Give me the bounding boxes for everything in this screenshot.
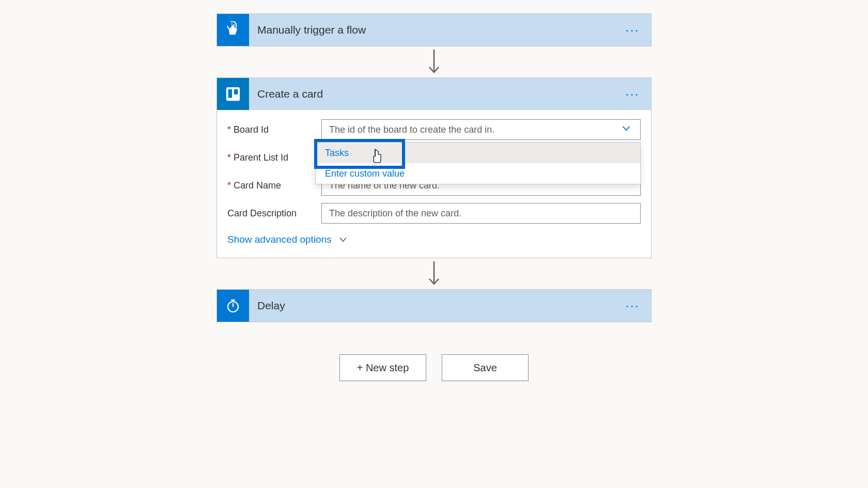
svg-rect-3 bbox=[228, 89, 233, 98]
trigger-header[interactable]: Manually trigger a flow ··· bbox=[217, 14, 651, 46]
save-button[interactable]: Save bbox=[442, 354, 529, 381]
board-id-row: * Board Id The id of the board to create… bbox=[227, 119, 641, 140]
trigger-title: Manually trigger a flow bbox=[257, 24, 366, 36]
create-card-header[interactable]: Create a card ··· bbox=[217, 78, 651, 110]
parent-list-label: * Parent List Id bbox=[227, 152, 321, 163]
delay-header[interactable]: Delay ··· bbox=[217, 290, 651, 322]
footer-buttons: + New step Save bbox=[339, 354, 529, 381]
board-id-label: * Board Id bbox=[227, 124, 321, 135]
trigger-more-icon[interactable]: ··· bbox=[625, 22, 640, 38]
arrow-connector-icon bbox=[426, 49, 442, 75]
chevron-down-icon bbox=[621, 123, 632, 137]
delay-title: Delay bbox=[257, 300, 285, 312]
board-id-select[interactable]: The id of the board to create the card i… bbox=[321, 119, 641, 140]
manual-trigger-icon bbox=[217, 14, 249, 46]
dropdown-option-custom[interactable]: Enter custom value bbox=[316, 163, 640, 184]
card-name-label: * Card Name bbox=[227, 180, 321, 191]
create-card-title: Create a card bbox=[257, 88, 323, 100]
create-card-step: Create a card ··· * Board Id The id of t… bbox=[216, 77, 652, 258]
board-id-dropdown: Tasks Enter custom value bbox=[315, 142, 641, 184]
trigger-step-card[interactable]: Manually trigger a flow ··· bbox=[216, 13, 652, 46]
create-card-more-icon[interactable]: ··· bbox=[625, 86, 640, 102]
dropdown-option-tasks[interactable]: Tasks bbox=[316, 143, 640, 163]
chevron-down-icon bbox=[338, 234, 348, 245]
delay-more-icon[interactable]: ··· bbox=[625, 298, 640, 314]
trello-icon bbox=[217, 78, 249, 110]
delay-timer-icon bbox=[217, 290, 249, 322]
card-desc-label: Card Description bbox=[227, 208, 321, 219]
arrow-connector-icon bbox=[426, 260, 442, 287]
delay-step-card[interactable]: Delay ··· bbox=[216, 289, 652, 322]
svg-rect-4 bbox=[234, 89, 238, 95]
create-card-body: * Board Id The id of the board to create… bbox=[217, 110, 651, 258]
card-desc-row: Card Description The description of the … bbox=[227, 203, 641, 224]
new-step-button[interactable]: + New step bbox=[339, 354, 426, 381]
show-advanced-link[interactable]: Show advanced options bbox=[227, 234, 641, 245]
card-desc-input[interactable]: The description of the new card. bbox=[321, 203, 641, 224]
